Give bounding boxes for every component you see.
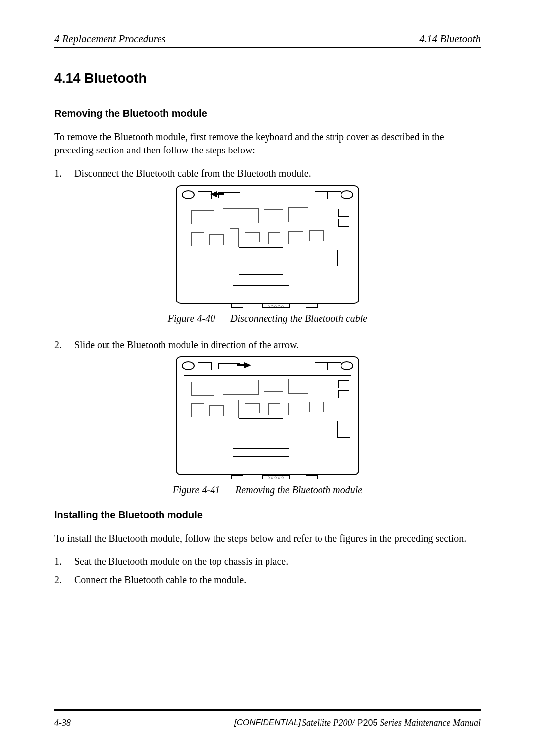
installing-heading: Installing the Bluetooth module bbox=[54, 509, 481, 521]
step-number: 1. bbox=[54, 555, 74, 568]
installing-steps: 1. Seat the Bluetooth module on the top … bbox=[54, 555, 481, 587]
running-header: 4 Replacement Procedures 4.14 Bluetooth bbox=[54, 33, 481, 45]
laptop-diagram: ◇◇◇◇◇ bbox=[176, 356, 359, 475]
step-number: 2. bbox=[54, 338, 74, 352]
confidential-mark: [CONFIDENTIAL] bbox=[234, 718, 301, 728]
step-number: 2. bbox=[54, 573, 74, 587]
removing-heading: Removing the Bluetooth module bbox=[54, 108, 481, 119]
list-item: 1. Seat the Bluetooth module on the top … bbox=[54, 555, 481, 568]
figure-4-40-caption: Figure 4-40 Disconnecting the Bluetooth … bbox=[54, 313, 481, 324]
page: 4 Replacement Procedures 4.14 Bluetooth … bbox=[0, 0, 535, 756]
header-left: 4 Replacement Procedures bbox=[54, 33, 166, 45]
step-text: Disconnect the Bluetooth cable from the … bbox=[74, 167, 311, 180]
list-item: 1. Disconnect the Bluetooth cable from t… bbox=[54, 167, 481, 180]
figure-4-41-caption: Figure 4-41 Removing the Bluetooth modul… bbox=[54, 484, 481, 496]
footer-rule bbox=[54, 709, 481, 711]
figure-4-40: ◇◇◇◇◇ bbox=[54, 185, 481, 304]
footer-rule bbox=[54, 708, 481, 708]
page-footer: 4-38 [CONFIDENTIAL] Satellite P200/ P205… bbox=[54, 688, 481, 728]
figure-4-41: ◇◇◇◇◇ bbox=[54, 356, 481, 475]
list-item: 2. Connect the Bluetooth cable to the mo… bbox=[54, 573, 481, 587]
list-item: 2. Slide out the Bluetooth module in dir… bbox=[54, 338, 481, 352]
figure-caption-text: Removing the Bluetooth module bbox=[235, 484, 362, 495]
laptop-diagram: ◇◇◇◇◇ bbox=[176, 185, 359, 304]
removing-step-1: 1. Disconnect the Bluetooth cable from t… bbox=[54, 167, 481, 180]
step-number: 1. bbox=[54, 167, 74, 180]
step-text: Slide out the Bluetooth module in direct… bbox=[74, 338, 299, 352]
removing-step-2: 2. Slide out the Bluetooth module in dir… bbox=[54, 338, 481, 352]
figure-caption-text: Disconnecting the Bluetooth cable bbox=[230, 313, 367, 324]
manual-title: Satellite P200/ P205 Series Maintenance … bbox=[302, 718, 481, 728]
section-title: 4.14 Bluetooth bbox=[54, 71, 481, 86]
figure-label: Figure 4-41 bbox=[173, 484, 220, 495]
step-text: Seat the Bluetooth module on the top cha… bbox=[74, 555, 288, 568]
installing-intro: To install the Bluetooth module, follow … bbox=[54, 532, 481, 545]
page-number: 4-38 bbox=[54, 718, 71, 728]
header-right: 4.14 Bluetooth bbox=[419, 33, 481, 45]
step-text: Connect the Bluetooth cable to the modul… bbox=[74, 573, 246, 587]
removing-intro: To remove the Bluetooth module, first re… bbox=[54, 130, 481, 157]
figure-label: Figure 4-40 bbox=[168, 313, 215, 324]
header-rule bbox=[54, 47, 481, 48]
